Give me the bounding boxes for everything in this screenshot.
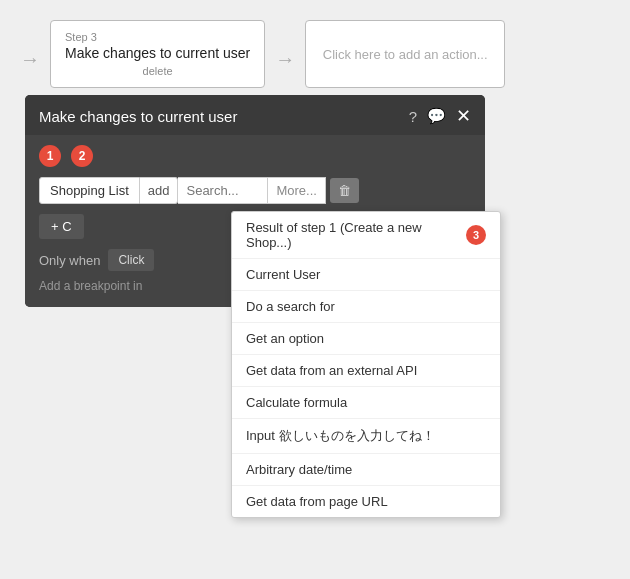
dropdown-item-2[interactable]: Do a search for: [232, 291, 500, 323]
trash-icon: 🗑: [338, 183, 351, 198]
more-text: More...: [276, 183, 316, 198]
dropdown-item-8[interactable]: Get data from page URL: [232, 486, 500, 517]
dropdown-item-text-6: Input 欲しいものを入力してね！: [246, 427, 435, 445]
dropdown-item-text-1: Current User: [246, 267, 320, 282]
dropdown-item-text-7: Arbitrary date/time: [246, 462, 352, 477]
modal-title: Make changes to current user: [39, 108, 237, 125]
modal-icon-group: ? 💬 ✕: [409, 105, 471, 127]
add-entry-label: + C: [51, 219, 72, 234]
modal-body: 1 2 Shopping List add More... 🗑: [25, 135, 485, 307]
only-when-label: Only when: [39, 253, 100, 268]
dropdown-item-6[interactable]: Input 欲しいものを入力してね！: [232, 419, 500, 454]
field-add-text: add: [148, 183, 170, 198]
badge-1: 1: [39, 145, 61, 167]
modal-header: Make changes to current user ? 💬 ✕: [25, 95, 485, 135]
dropdown-item-7[interactable]: Arbitrary date/time: [232, 454, 500, 486]
step-title: Make changes to current user: [65, 45, 250, 61]
search-input[interactable]: [178, 177, 268, 204]
close-icon: ✕: [456, 106, 471, 126]
field-add-button[interactable]: add: [140, 177, 179, 204]
chat-icon: 💬: [427, 107, 446, 124]
add-entry-button[interactable]: + C: [39, 214, 84, 239]
chat-button[interactable]: 💬: [427, 107, 446, 125]
help-icon: ?: [409, 108, 417, 125]
dropdown-menu: Result of step 1 (Create a new Shop...) …: [231, 211, 501, 518]
close-button[interactable]: ✕: [456, 105, 471, 127]
badge-3: 3: [466, 225, 486, 245]
dropdown-item-4[interactable]: Get data from an external API: [232, 355, 500, 387]
modal: Make changes to current user ? 💬 ✕ 1 2: [25, 95, 485, 307]
left-arrow-icon: →: [20, 48, 40, 71]
dropdown-item-1[interactable]: Current User: [232, 259, 500, 291]
dropdown-item-text-8: Get data from page URL: [246, 494, 388, 509]
field-label-button[interactable]: Shopping List: [39, 177, 140, 204]
add-action-box[interactable]: Click here to add an action...: [305, 20, 505, 88]
trash-button[interactable]: 🗑: [330, 178, 359, 203]
dropdown-item-text-0: Result of step 1 (Create a new Shop...): [246, 220, 458, 250]
step-number: Step 3: [65, 31, 250, 43]
field-row: Shopping List add More... 🗑 Result of st…: [39, 177, 471, 204]
field-label-text: Shopping List: [50, 183, 129, 198]
breakpoint-label: Add a breakpoint in: [39, 279, 142, 293]
click-label: Click: [118, 253, 144, 267]
dropdown-item-3[interactable]: Get an option: [232, 323, 500, 355]
middle-arrow-icon: →: [275, 48, 295, 71]
help-button[interactable]: ?: [409, 108, 417, 125]
more-button[interactable]: More...: [268, 177, 325, 204]
dropdown-item-0[interactable]: Result of step 1 (Create a new Shop...) …: [232, 212, 500, 259]
dropdown-item-text-5: Calculate formula: [246, 395, 347, 410]
add-action-label: Click here to add an action...: [323, 47, 488, 62]
step-delete[interactable]: delete: [65, 65, 250, 77]
dropdown-item-text-3: Get an option: [246, 331, 324, 346]
badges-row: 1 2: [39, 145, 471, 167]
dropdown-item-text-2: Do a search for: [246, 299, 335, 314]
dropdown-item-5[interactable]: Calculate formula: [232, 387, 500, 419]
step-box: Step 3 Make changes to current user dele…: [50, 20, 265, 88]
dropdown-item-text-4: Get data from an external API: [246, 363, 417, 378]
badge-2: 2: [71, 145, 93, 167]
click-button[interactable]: Click: [108, 249, 154, 271]
